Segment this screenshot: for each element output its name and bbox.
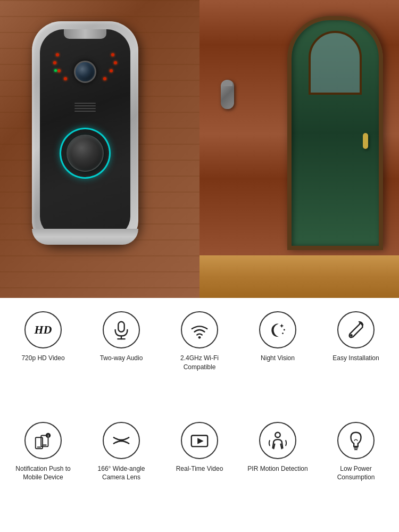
hd-video-label: 720p HD Video xyxy=(21,354,64,363)
hd-icon: HD xyxy=(35,323,52,337)
wifi-icon-circle xyxy=(181,311,218,348)
play-icon xyxy=(189,430,210,451)
installation-label: Easy Installation xyxy=(332,354,379,363)
svg-point-17 xyxy=(275,432,280,437)
speaker-line-2 xyxy=(74,105,96,106)
pir-label: PIR Motion Detection xyxy=(247,464,307,473)
green-status-dot xyxy=(54,69,57,72)
svg-point-7 xyxy=(350,334,353,337)
night-vision-icon-circle xyxy=(259,311,296,348)
feature-realtime-video: Real-Time Video xyxy=(162,419,237,522)
top-accent-bar xyxy=(64,29,106,39)
speaker-line-4 xyxy=(74,111,96,112)
installation-icon-circle xyxy=(337,311,375,348)
feature-notification: ! Notification Push to Mobile Device xyxy=(5,419,81,522)
audio-icon-circle xyxy=(103,311,140,348)
wall-mounted-doorbell xyxy=(221,80,234,109)
speaker-grill xyxy=(72,103,98,113)
feature-wifi: 2.4GHz Wi-Fi Compatible xyxy=(162,309,237,411)
ir-dot-1 xyxy=(56,53,59,56)
ir-dot-2 xyxy=(53,61,56,64)
wide-angle-icon-circle xyxy=(103,422,140,459)
door-handle xyxy=(363,133,368,149)
person-icon xyxy=(268,430,288,451)
features-section: HD 720p HD Video Two-way Audio xyxy=(0,298,399,532)
svg-point-3 xyxy=(198,336,201,339)
ir-dot-3 xyxy=(57,69,61,72)
hd-video-icon-circle: HD xyxy=(24,311,62,348)
wide-angle-label: 166° Wide-angle Camera Lens xyxy=(86,464,156,483)
realtime-video-icon-circle xyxy=(181,422,218,459)
product-left-panel xyxy=(0,0,200,298)
device-body xyxy=(40,29,130,237)
device-casing xyxy=(32,21,138,245)
cyan-glow-ring xyxy=(61,129,109,177)
phone-icon: ! xyxy=(33,430,53,451)
doorbell-button[interactable] xyxy=(61,129,109,177)
feature-two-way-audio: Two-way Audio xyxy=(84,309,159,411)
feature-pir-motion: PIR Motion Detection xyxy=(240,419,315,522)
svg-point-5 xyxy=(284,329,285,331)
low-power-label: Low Power Consumption xyxy=(321,464,391,483)
night-icon xyxy=(268,320,288,340)
microphone-icon xyxy=(111,320,131,340)
ir-dot-8 xyxy=(103,77,106,80)
speaker-line-3 xyxy=(74,108,96,109)
low-power-icon-circle xyxy=(337,422,375,459)
door-window xyxy=(309,31,362,95)
notification-icon-circle: ! xyxy=(24,422,62,459)
feature-wide-angle: 166° Wide-angle Camera Lens xyxy=(84,419,159,522)
camera-lens xyxy=(74,61,96,83)
camera-section xyxy=(48,45,122,98)
mini-lens xyxy=(223,81,232,86)
realtime-video-label: Real-Time Video xyxy=(176,464,223,473)
svg-point-6 xyxy=(282,332,284,334)
ir-dot-5 xyxy=(111,53,114,56)
features-grid: HD 720p HD Video Two-way Audio xyxy=(5,309,394,521)
svg-rect-0 xyxy=(118,322,124,332)
product-right-panel xyxy=(200,0,399,298)
wifi-label: 2.4GHz Wi-Fi Compatible xyxy=(164,354,235,372)
wrench-icon xyxy=(346,320,366,340)
svg-text:!: ! xyxy=(47,434,48,438)
night-vision-label: Night Vision xyxy=(261,354,295,363)
feature-low-power: Low Power Consumption xyxy=(318,419,394,522)
ir-dot-6 xyxy=(114,61,117,64)
wifi-icon xyxy=(189,320,210,340)
feature-night-vision: Night Vision xyxy=(240,309,315,411)
feature-hd-video: HD 720p HD Video xyxy=(5,309,81,411)
bottom-accent-bar xyxy=(32,229,138,245)
door xyxy=(287,16,383,250)
product-image-section xyxy=(0,0,399,298)
audio-label: Two-way Audio xyxy=(100,354,143,363)
svg-point-14 xyxy=(120,439,123,442)
pir-icon-circle xyxy=(259,422,296,459)
doorbell-product xyxy=(32,21,138,245)
svg-marker-16 xyxy=(197,438,203,444)
wide-angle-icon xyxy=(111,430,131,451)
notification-label: Notification Push to Mobile Device xyxy=(8,464,78,483)
ir-dot-4 xyxy=(64,77,67,80)
bulb-icon xyxy=(346,430,366,451)
speaker-line-1 xyxy=(74,103,96,104)
feature-easy-installation: Easy Installation xyxy=(318,309,394,411)
ground-step xyxy=(200,255,399,298)
ir-dot-7 xyxy=(110,69,113,72)
